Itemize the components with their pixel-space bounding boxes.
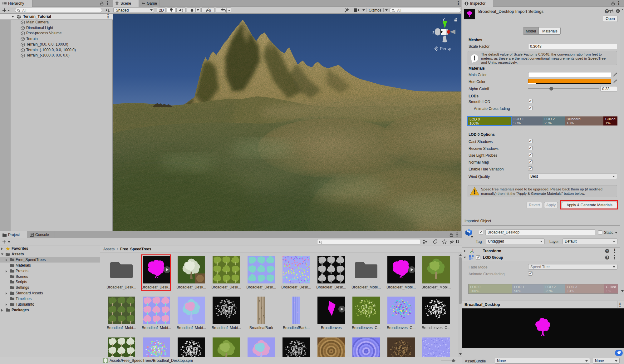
svg-text:?: ? <box>606 10 608 13</box>
svg-text:z: z <box>432 29 435 34</box>
svg-text:?: ? <box>606 249 608 253</box>
svg-text:0: 0 <box>209 8 211 12</box>
svg-text:?: ? <box>606 256 608 259</box>
svg-text:Persp: Persp <box>440 46 451 51</box>
svg-text:y: y <box>443 17 445 21</box>
